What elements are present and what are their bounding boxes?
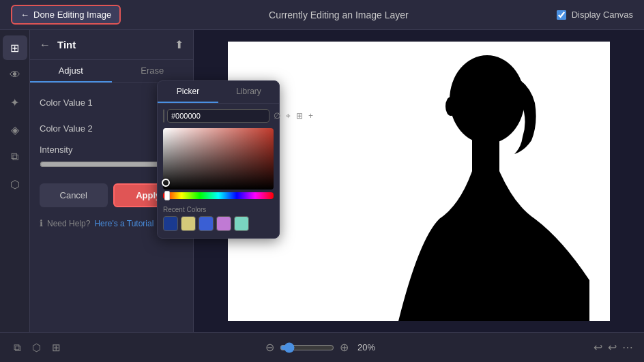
grid-bottom-icon[interactable]: ⊞ <box>49 339 63 357</box>
intensity-label: Intensity <box>40 145 72 155</box>
sidebar-item-filter[interactable]: ⊞ <box>3 35 27 60</box>
page-title: Currently Editing an Image Layer <box>269 10 409 20</box>
recent-swatch-3[interactable] <box>199 216 214 231</box>
sidebar-item-eye[interactable]: 👁 <box>3 63 27 87</box>
bottom-center-controls: ⊖ ⊕ 20% <box>265 341 379 354</box>
eye-icon: 👁 <box>10 69 20 81</box>
recent-swatch-2[interactable] <box>181 216 196 231</box>
layers-icon: ⧉ <box>11 151 18 163</box>
canvas-content <box>228 42 610 321</box>
left-sidebar: ⊞ 👁 ✦ ◈ ⧉ ⬡ <box>0 30 30 332</box>
recent-swatch-4[interactable] <box>216 216 231 231</box>
hue-slider[interactable] <box>163 192 274 199</box>
top-bar: ← Done Editing Image Currently Editing a… <box>0 0 644 30</box>
panel-title: Tint <box>57 39 76 50</box>
color-picker-popup: Picker Library ∅ ⌖ ⊞ + Recent Colors <box>157 80 280 239</box>
magic-icon: ✦ <box>10 96 19 109</box>
svg-point-0 <box>450 55 525 144</box>
info-icon: ℹ <box>40 218 43 228</box>
help-link[interactable]: Here's a Tutorial <box>94 219 153 228</box>
tab-erase[interactable]: Erase <box>112 60 194 82</box>
sidebar-item-magic[interactable]: ✦ <box>3 90 27 115</box>
display-canvas-toggle-area: Display Canvas <box>557 10 633 20</box>
grid-picker-icon[interactable]: ⊞ <box>295 110 304 122</box>
layers-bottom-icon[interactable]: ⧉ <box>11 339 24 357</box>
filter-icon: ⊞ <box>10 42 19 55</box>
hue-thumb <box>164 191 170 200</box>
zoom-in-icon[interactable]: ⊕ <box>340 341 349 354</box>
sidebar-item-adjust[interactable]: ◈ <box>3 117 27 142</box>
panel-back-button[interactable]: ← <box>40 39 50 51</box>
picker-tabs: Picker Library <box>158 81 279 104</box>
sidebar-item-mask[interactable]: ⬡ <box>3 172 27 196</box>
adjust-icon: ◈ <box>11 123 19 136</box>
recent-colors-section: Recent Colors <box>158 202 279 231</box>
plus-picker-icon[interactable]: + <box>307 110 314 122</box>
zoom-slider[interactable] <box>280 342 334 353</box>
done-editing-button[interactable]: ← Done Editing Image <box>11 5 121 25</box>
silhouette-svg <box>228 42 610 321</box>
color-value-1-label: Color Value 1 <box>40 97 93 108</box>
color-value-2-label: Color Value 2 <box>40 123 93 134</box>
eyedropper-icon[interactable]: ⌖ <box>284 110 292 122</box>
panel-header: ← Tint ⬆ <box>30 30 193 60</box>
display-canvas-checkbox[interactable] <box>557 10 566 20</box>
recent-swatch-1[interactable] <box>163 216 178 231</box>
panel-header-left: ← Tint <box>40 39 76 51</box>
bottom-bar: ⧉ ⬡ ⊞ ⊖ ⊕ 20% ↩ ↩ ⋯ <box>0 332 644 362</box>
bottom-right-controls: ↩ ↩ ⋯ <box>594 341 633 354</box>
eraser-picker-icon[interactable]: ∅ <box>272 110 282 122</box>
help-text: Need Help? <box>47 219 90 228</box>
link-bottom-icon[interactable]: ⬡ <box>29 339 44 357</box>
color-gradient-area[interactable] <box>163 128 274 190</box>
svg-rect-1 <box>472 137 499 171</box>
zoom-out-icon[interactable]: ⊖ <box>265 341 274 354</box>
tab-library[interactable]: Library <box>218 81 279 103</box>
redo-button[interactable]: ↩ <box>608 341 617 354</box>
gradient-cursor <box>162 179 170 187</box>
recent-colors-label: Recent Colors <box>163 206 274 213</box>
done-editing-label: Done Editing Image <box>33 10 111 20</box>
cancel-button[interactable]: Cancel <box>40 183 108 207</box>
panel-share-icon[interactable]: ⬆ <box>175 38 184 51</box>
extra-action-button[interactable]: ⋯ <box>622 341 633 354</box>
picker-hex-row: ∅ ⌖ ⊞ + <box>158 104 279 125</box>
bottom-left-icons: ⧉ ⬡ ⊞ <box>11 339 63 357</box>
sidebar-item-layers[interactable]: ⧉ <box>3 145 27 169</box>
zoom-percent: 20% <box>354 342 379 352</box>
undo-button[interactable]: ↩ <box>594 341 602 354</box>
hex-color-swatch[interactable] <box>163 109 164 123</box>
display-canvas-label: Display Canvas <box>572 10 633 20</box>
recent-swatches <box>163 216 274 231</box>
recent-swatch-5[interactable] <box>234 216 249 231</box>
panel-tabs: Adjust Erase <box>30 60 193 83</box>
svg-point-2 <box>445 97 456 116</box>
tab-adjust[interactable]: Adjust <box>30 60 112 82</box>
tab-picker[interactable]: Picker <box>158 81 218 103</box>
hex-input[interactable] <box>167 109 269 123</box>
back-arrow-icon: ← <box>20 10 29 20</box>
mask-icon: ⬡ <box>10 178 20 191</box>
